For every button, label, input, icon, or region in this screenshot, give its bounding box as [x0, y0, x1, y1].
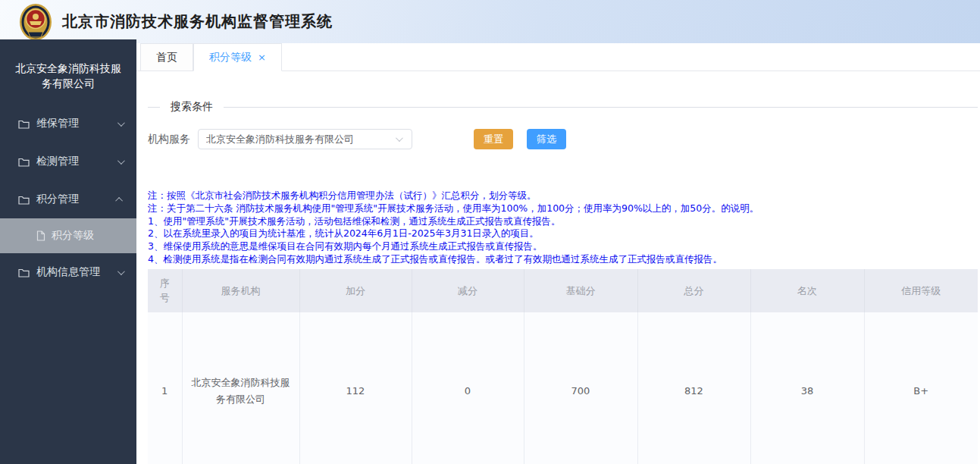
sidebar-item-organization-info-management[interactable]: 机构信息管理: [0, 253, 136, 291]
col-header-index: 序号: [148, 269, 182, 312]
points-grade-table: 序号 服务机构 加分 减分 基础分 总分 名次 信用等级 1 北京安全象消防科技…: [148, 269, 978, 464]
sidebar-item-points-management[interactable]: 积分管理: [0, 180, 136, 218]
tab-home[interactable]: 首页: [140, 43, 193, 71]
sidebar-subitem-label: 积分等级: [52, 229, 94, 243]
col-header-credit-grade: 信用等级: [864, 269, 978, 312]
cell-service-org: 北京安全象消防科技服务有限公司: [182, 312, 299, 464]
col-header-rank: 名次: [750, 269, 864, 312]
sidebar-item-maintenance-management[interactable]: 维保管理: [0, 105, 136, 143]
sidebar-item-label: 积分管理: [36, 193, 117, 206]
filter-button[interactable]: 筛选: [527, 129, 566, 149]
sidebar-item-label: 检测管理: [36, 155, 117, 168]
notes-block: 注：按照《北京市社会消防技术服务机构积分信用管理办法（试行）》汇总积分，划分等级…: [148, 190, 978, 266]
close-icon[interactable]: ×: [258, 52, 266, 62]
note-line: 2、以在系统里录入的项目为统计基准，统计从2024年6月1日-2025年3月31…: [148, 227, 978, 240]
chevron-down-icon: [117, 157, 125, 165]
cell-index: 1: [148, 312, 182, 464]
note-line: 1、使用"管理系统"开展技术服务活动，活动包括维保和检测，通过系统生成正式报告或…: [148, 215, 978, 228]
folder-icon: [18, 119, 30, 129]
chevron-down-icon: [396, 134, 403, 142]
col-header-total-points: 总分: [637, 269, 750, 312]
document-icon: [36, 230, 45, 241]
app-title: 北京市消防技术服务机构监督管理系统: [62, 11, 333, 32]
sidebar-item-label: 维保管理: [36, 117, 117, 130]
company-name: 北京安全象消防科技服务有限公司: [0, 39, 136, 105]
col-header-points-added: 加分: [299, 269, 412, 312]
folder-icon: [18, 157, 30, 167]
search-form: 机构服务 北京安全象消防科技服务有限公司 重置 筛选: [148, 129, 978, 149]
search-section-divider: 搜索条件: [148, 100, 978, 114]
note-line: 注：按照《北京市社会消防技术服务机构积分信用管理办法（试行）》汇总积分，划分等级…: [148, 190, 978, 202]
table-header-row: 序号 服务机构 加分 减分 基础分 总分 名次 信用等级: [148, 269, 978, 312]
note-line: 注：关于第二十六条 消防技术服务机构使用"管理系统"开展技术服务活动，使用率为1…: [148, 202, 978, 215]
tab-points-grade[interactable]: 积分等级 ×: [193, 43, 282, 71]
cell-total-points: 812: [637, 312, 750, 464]
note-line: 4、检测使用系统是指在检测合同有效期内通过系统生成了正式报告或直传报告。或者过了…: [148, 253, 978, 266]
col-header-points-deducted: 减分: [412, 269, 524, 312]
sidebar-item-inspection-management[interactable]: 检测管理: [0, 143, 136, 180]
main-content: 首页 积分等级 × 搜索条件 机构服务 北京安全象消防科技服务有限公司 重置 筛…: [136, 43, 980, 464]
cell-points-deducted: 0: [412, 312, 524, 464]
search-section-title: 搜索条件: [171, 100, 213, 114]
folder-icon: [18, 195, 30, 205]
tab-points-grade-label: 积分等级: [209, 51, 252, 64]
chevron-down-icon: [117, 119, 125, 127]
sidebar: 北京安全象消防科技服务有限公司 维保管理 检测管理 积分管理 积分等级 机构信息…: [0, 39, 136, 464]
cell-points-added: 112: [299, 312, 412, 464]
org-service-label: 机构服务: [148, 133, 190, 146]
table-row: 1 北京安全象消防科技服务有限公司 112 0 700 812 38 B+: [148, 312, 978, 464]
fire-department-emblem-logo: [18, 3, 53, 41]
tab-bar: 首页 积分等级 ×: [136, 43, 980, 71]
org-service-select[interactable]: 北京安全象消防科技服务有限公司: [198, 129, 412, 149]
col-header-base-points: 基础分: [524, 269, 637, 312]
app-header: 北京市消防技术服务机构监督管理系统: [0, 0, 980, 43]
note-line: 3、维保使用系统的意思是维保项目在合同有效期内每个月通过系统生成正式报告或直传报…: [148, 240, 978, 253]
cell-base-points: 700: [524, 312, 637, 464]
col-header-service-org: 服务机构: [182, 269, 299, 312]
cell-credit-grade: B+: [864, 312, 978, 464]
reset-button[interactable]: 重置: [474, 129, 513, 149]
sidebar-item-label: 机构信息管理: [36, 265, 117, 279]
sidebar-subitem-points-grade-selected[interactable]: 积分等级: [0, 218, 136, 253]
org-service-select-value: 北京安全象消防科技服务有限公司: [206, 133, 396, 146]
cell-rank: 38: [750, 312, 864, 464]
page-content: 搜索条件 机构服务 北京安全象消防科技服务有限公司 重置 筛选 注：按照《北京市…: [136, 100, 980, 464]
tab-home-label: 首页: [156, 51, 177, 64]
chevron-down-icon: [117, 268, 125, 275]
folder-icon: [18, 268, 30, 277]
